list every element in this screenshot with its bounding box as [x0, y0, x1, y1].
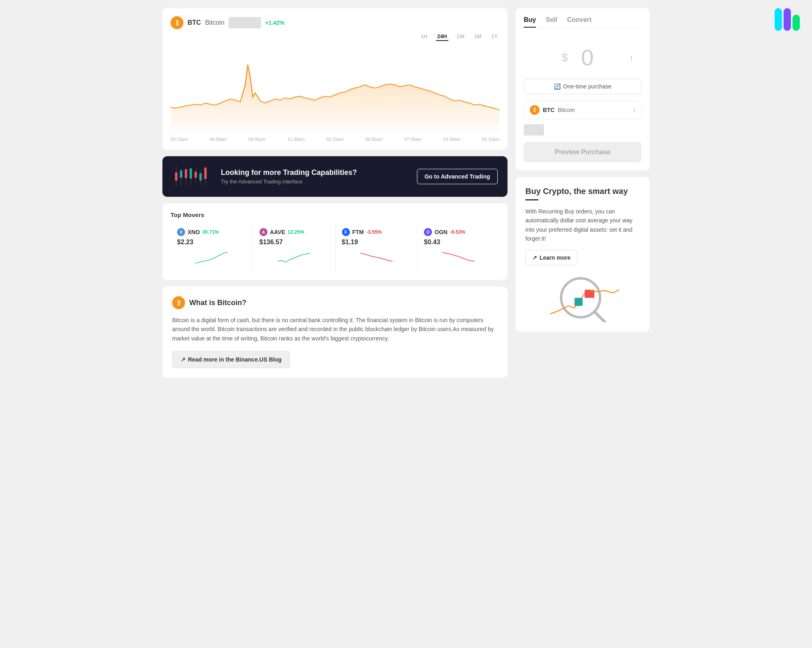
purchase-type-button[interactable]: 🔄 One-time purchase — [524, 79, 641, 94]
aave-symbol: AAVE — [270, 229, 285, 235]
trade-tabs: Buy Sell Convert — [524, 16, 641, 28]
svg-line-15 — [595, 312, 605, 322]
currency-symbol: $ — [561, 51, 568, 64]
chevron-right-icon: › — [633, 106, 635, 114]
coin-selector-symbol: BTC — [543, 107, 555, 113]
mover-ftm-header: F FTM -3.55% — [342, 228, 411, 236]
coin-symbol: BTC — [188, 19, 201, 26]
timeframe-bar: 1H 24H 1W 1M 1Y — [171, 32, 499, 41]
time-label-2: 06:00pm — [209, 137, 227, 142]
movers-grid: X XNO 30.71% $2.23 A AAVE 12.25% — [171, 223, 499, 272]
tab-sell[interactable]: Sell — [546, 16, 557, 28]
advanced-trading-banner: Looking for more Trading Capabilities? T… — [162, 156, 508, 197]
blog-arrow-icon: ↗ — [181, 356, 186, 363]
mover-ogn[interactable]: O OGN -6.53% $0.43 — [417, 223, 499, 272]
mover-aave[interactable]: A AAVE 12.25% $136.57 — [253, 223, 335, 272]
left-column: ₿ BTC Bitcoin +1.42% 1H 24H 1W 1M 1Y — [162, 8, 508, 384]
aave-icon: A — [259, 228, 268, 236]
promo-svg — [538, 269, 627, 322]
promo-illustration — [525, 273, 640, 322]
learn-more-label: Learn more — [540, 254, 570, 261]
mover-xno[interactable]: X XNO 30.71% $2.23 — [171, 223, 253, 272]
xno-icon: X — [177, 228, 185, 236]
btc-icon: ₿ — [171, 16, 184, 29]
learn-more-button[interactable]: ↗ Learn more — [525, 250, 577, 265]
timeframe-1y[interactable]: 1Y — [490, 32, 499, 41]
purchase-type-label: One-time purchase — [563, 83, 611, 90]
aave-change: 12.25% — [288, 229, 304, 235]
promo-divider — [525, 199, 538, 200]
tab-buy[interactable]: Buy — [524, 16, 536, 28]
timeframe-1m[interactable]: 1M — [473, 32, 483, 41]
chart-area — [171, 44, 499, 133]
info-text: Bitcoin is a digital form of cash, but t… — [172, 316, 498, 343]
swap-icon[interactable]: ↕ — [630, 53, 633, 62]
preview-purchase-button[interactable]: Preview Purchase — [524, 142, 641, 162]
mover-ogn-header: O OGN -6.53% — [424, 228, 493, 236]
learn-more-arrow-icon: ↗ — [532, 254, 537, 261]
xno-chart — [177, 249, 246, 265]
top-movers-title: Top Movers — [171, 211, 499, 218]
svg-rect-1 — [175, 172, 177, 181]
time-label-3: 08:45pm — [248, 137, 266, 142]
mover-aave-header: A AAVE 12.25% — [259, 228, 328, 236]
time-label-7: 07:45am — [404, 137, 421, 142]
blog-button-label: Read more in the Binance.US Blog — [188, 356, 281, 363]
advanced-trading-button[interactable]: Go to Advanced Trading — [417, 169, 498, 184]
trade-card: Buy Sell Convert $ 0 ↕ 🔄 One-time purcha… — [516, 8, 650, 170]
amount-display[interactable]: 0 — [571, 44, 604, 71]
blog-button[interactable]: ↗ Read more in the Binance.US Blog — [172, 351, 290, 368]
aave-chart — [259, 249, 328, 265]
what-is-bitcoin-card: ₿ What is Bitcoin? Bitcoin is a digital … — [162, 286, 508, 378]
time-label-4: 11:30pm — [287, 137, 305, 142]
svg-rect-7 — [190, 168, 192, 179]
xno-symbol: XNO — [188, 229, 200, 235]
coin-selector-icon: ₿ — [530, 105, 540, 115]
ftm-symbol: FTM — [352, 229, 364, 235]
svg-rect-17 — [574, 298, 583, 306]
xno-change: 30.71% — [202, 229, 219, 235]
time-label-6: 05:00am — [365, 137, 382, 142]
amount-area: $ 0 — [561, 44, 604, 71]
banner-title: Looking for more Trading Capabilities? — [221, 168, 409, 177]
payment-method-placeholder — [524, 124, 544, 136]
right-column: Buy Sell Convert $ 0 ↕ 🔄 One-time purcha… — [516, 8, 650, 384]
price-placeholder — [229, 17, 261, 28]
svg-rect-3 — [180, 170, 182, 178]
ftm-chart — [342, 249, 411, 265]
banner-subtitle: Try the Advanced Trading interface — [221, 179, 409, 185]
ftm-icon: F — [342, 228, 350, 236]
coin-selector[interactable]: ₿ BTC Bitcoin › — [524, 101, 641, 119]
logo-bar-2 — [784, 8, 791, 31]
ogn-chart — [424, 249, 493, 265]
ftm-price: $1.19 — [342, 239, 411, 246]
logo-bar-3 — [793, 15, 800, 31]
promo-text: With Recurring Buy orders, you can autom… — [525, 207, 640, 243]
coin-selector-name: Bitcoin — [558, 107, 575, 113]
xno-price: $2.23 — [177, 239, 246, 246]
timeframe-24h[interactable]: 24H — [436, 32, 449, 41]
mover-ftm[interactable]: F FTM -3.55% $1.19 — [335, 223, 417, 272]
time-label-9: 01:15pm — [482, 137, 499, 142]
promo-card: Buy Crypto, the smart way With Recurring… — [516, 177, 650, 332]
tab-convert[interactable]: Convert — [567, 16, 592, 28]
coin-name: Bitcoin — [205, 19, 225, 26]
amount-row: $ 0 ↕ — [524, 36, 641, 79]
time-label-1: 03:15pm — [171, 137, 188, 142]
mover-xno-header: X XNO 30.71% — [177, 228, 246, 236]
top-logo — [775, 8, 800, 31]
svg-rect-9 — [194, 172, 197, 178]
ogn-change: -6.53% — [450, 229, 465, 235]
ogn-price: $0.43 — [424, 239, 493, 246]
banner-text-block: Looking for more Trading Capabilities? T… — [221, 168, 409, 185]
info-header: ₿ What is Bitcoin? — [172, 296, 498, 309]
timeframe-1w[interactable]: 1W — [455, 32, 466, 41]
ogn-icon: O — [424, 228, 432, 236]
timeframe-1h[interactable]: 1H — [419, 32, 429, 41]
coin-selector-left: ₿ BTC Bitcoin — [530, 105, 575, 115]
price-change: +1.42% — [265, 19, 285, 26]
promo-title: Buy Crypto, the smart way — [525, 187, 640, 196]
top-movers-card: Top Movers X XNO 30.71% $2.23 — [162, 203, 508, 280]
time-label-5: 02:15am — [326, 137, 344, 142]
chart-card: ₿ BTC Bitcoin +1.42% 1H 24H 1W 1M 1Y — [162, 8, 508, 150]
